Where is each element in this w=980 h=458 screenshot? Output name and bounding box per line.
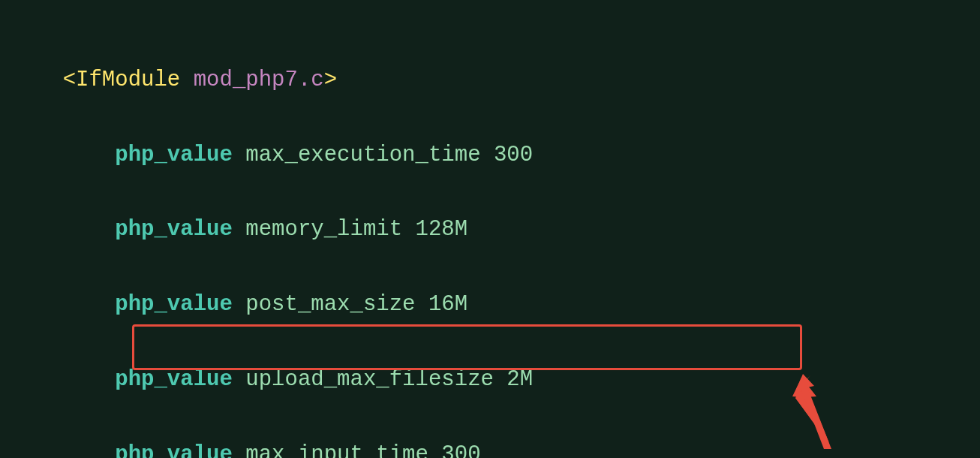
- bracket-open-end: >: [324, 68, 337, 92]
- val-max-execution-time: 300: [494, 143, 533, 167]
- code-block: <IfModule mod_php7.c> php_value max_exec…: [0, 0, 980, 458]
- val-max-input-time: 300: [441, 442, 480, 458]
- line-upload-max-filesize: php_value upload_max_filesize 2M: [11, 361, 980, 399]
- ident-upload-max-filesize: upload_max_filesize: [245, 367, 494, 392]
- line-post-max-size: php_value post_max_size 16M: [11, 286, 980, 324]
- line-memory-limit: php_value memory_limit 128M: [11, 211, 980, 249]
- val-memory-limit: 128M: [416, 217, 468, 242]
- ident-memory-limit: memory_limit: [245, 217, 402, 242]
- directive-keyword: php_value: [115, 292, 233, 317]
- attr-mod: mod_php7.c: [194, 68, 324, 92]
- ident-max-input-time: max_input_time: [245, 442, 428, 458]
- bracket-open: <: [63, 68, 76, 92]
- ident-max-execution-time: max_execution_time: [245, 143, 480, 167]
- tag-ifmodule: IfModule: [76, 68, 180, 92]
- directive-keyword: php_value: [115, 217, 233, 242]
- line-ifmodule-open: <IfModule mod_php7.c>: [11, 62, 980, 99]
- directive-keyword: php_value: [115, 367, 233, 392]
- val-upload-max-filesize: 2M: [507, 367, 533, 392]
- line-max-input-time: php_value max_input_time 300: [11, 436, 980, 458]
- line-max-execution-time: php_value max_execution_time 300: [11, 137, 980, 174]
- directive-keyword: php_value: [115, 442, 233, 458]
- ident-post-max-size: post_max_size: [245, 292, 415, 317]
- directive-keyword: php_value: [115, 143, 233, 167]
- val-post-max-size: 16M: [428, 292, 467, 317]
